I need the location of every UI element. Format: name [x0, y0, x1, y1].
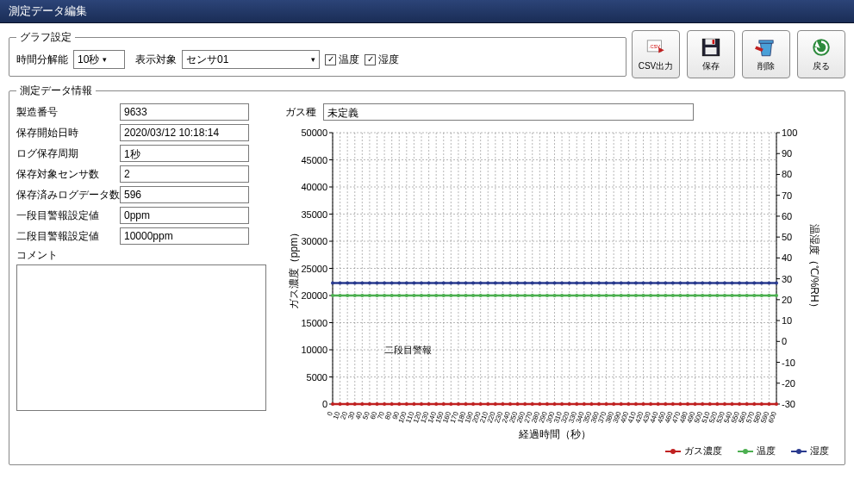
humidity-checkbox[interactable]: ✓ 湿度 [365, 53, 399, 67]
svg-point-264 [383, 294, 386, 297]
window-title: 測定データ編集 [9, 4, 87, 17]
svg-point-210 [442, 402, 446, 406]
measurement-info-legend: 測定データ情報 [16, 84, 96, 98]
svg-point-261 [360, 294, 364, 297]
svg-point-363 [657, 281, 660, 284]
legend-gas: ガス濃度 [665, 445, 722, 457]
comment-textarea[interactable] [16, 264, 266, 411]
svg-point-203 [390, 402, 394, 406]
svg-point-341 [494, 281, 497, 284]
svg-point-247 [715, 402, 719, 406]
svg-point-361 [642, 281, 645, 284]
alarm2-value: 10000ppm [120, 227, 249, 245]
serial-label: 製造番号 [16, 105, 120, 120]
save-button[interactable]: 保存 [687, 30, 735, 78]
delete-button[interactable]: 削除 [742, 30, 790, 78]
sensor-count-value: 2 [120, 165, 249, 183]
svg-point-323 [360, 281, 364, 284]
svg-point-296 [620, 294, 623, 297]
svg-point-359 [626, 281, 630, 284]
svg-text:-30: -30 [782, 399, 795, 409]
log-count-label: 保存済みログデータ数 [16, 188, 120, 202]
check-icon: ✓ [325, 54, 336, 65]
svg-point-375 [745, 281, 749, 284]
svg-point-252 [752, 402, 756, 406]
svg-point-286 [545, 294, 549, 297]
svg-text:60: 60 [782, 211, 792, 221]
svg-point-352 [575, 281, 578, 284]
svg-point-365 [671, 281, 675, 284]
svg-point-220 [516, 402, 520, 406]
svg-point-280 [501, 294, 504, 297]
svg-point-251 [745, 402, 749, 406]
svg-text:10: 10 [782, 315, 792, 326]
svg-point-209 [434, 402, 438, 406]
svg-point-273 [449, 294, 452, 297]
svg-point-314 [752, 294, 756, 297]
svg-point-336 [457, 281, 460, 284]
legend-humid: 湿度 [791, 445, 829, 457]
svg-point-345 [523, 281, 527, 284]
svg-point-307 [701, 294, 704, 297]
svg-point-235 [626, 402, 630, 406]
svg-text:0: 0 [322, 399, 327, 409]
start-datetime-label: 保存開始日時 [16, 126, 120, 140]
svg-point-344 [516, 281, 520, 284]
csv-export-button[interactable]: .CSV CSV出力 [632, 30, 680, 78]
time-resolution-value: 10秒 [78, 53, 99, 67]
time-resolution-select[interactable]: 10秒 ▾ [73, 50, 125, 69]
svg-point-292 [589, 294, 593, 297]
svg-point-241 [671, 402, 675, 406]
svg-point-221 [523, 402, 527, 406]
gas-type-label: ガス種 [285, 105, 316, 120]
svg-point-321 [346, 281, 349, 284]
svg-point-288 [560, 294, 564, 297]
svg-point-219 [508, 402, 512, 406]
back-button[interactable]: 戻る [797, 30, 845, 78]
svg-point-298 [634, 294, 638, 297]
svg-rect-4 [706, 47, 717, 54]
svg-point-245 [701, 402, 704, 406]
svg-text:40000: 40000 [301, 182, 327, 192]
svg-point-218 [501, 402, 504, 406]
svg-point-211 [449, 402, 452, 406]
svg-point-230 [589, 402, 593, 406]
svg-rect-6 [759, 40, 773, 43]
save-label: 保存 [702, 60, 720, 72]
trash-icon [755, 36, 777, 59]
log-period-label: ログ保存周期 [16, 146, 120, 161]
svg-point-367 [686, 281, 689, 284]
svg-point-315 [760, 294, 764, 297]
svg-point-275 [464, 294, 468, 297]
svg-point-201 [376, 402, 379, 406]
svg-point-215 [479, 402, 483, 406]
toolbar: .CSV CSV出力 保存 削除 戻る [632, 30, 845, 78]
svg-point-213 [464, 402, 468, 406]
svg-point-373 [731, 281, 734, 284]
svg-point-326 [383, 281, 386, 284]
svg-point-249 [731, 402, 734, 406]
serial-value: 9633 [120, 103, 249, 121]
svg-point-351 [568, 281, 571, 284]
svg-point-250 [738, 402, 741, 406]
check-icon: ✓ [365, 54, 376, 65]
svg-point-364 [664, 281, 667, 284]
svg-point-200 [368, 402, 371, 406]
svg-point-303 [671, 294, 675, 297]
svg-point-309 [715, 294, 719, 297]
temperature-checkbox[interactable]: ✓ 温度 [325, 53, 359, 67]
svg-point-317 [775, 294, 778, 297]
svg-text:40: 40 [782, 252, 792, 263]
svg-point-349 [553, 281, 557, 284]
svg-point-366 [678, 281, 682, 284]
svg-text:30: 30 [782, 274, 792, 284]
svg-point-357 [612, 281, 615, 284]
svg-point-223 [538, 402, 541, 406]
display-target-select[interactable]: センサ01 ▾ [182, 50, 320, 69]
svg-point-334 [442, 281, 446, 284]
svg-point-324 [368, 281, 371, 284]
svg-point-337 [464, 281, 468, 284]
svg-text:50: 50 [782, 232, 792, 242]
svg-text:5000: 5000 [307, 372, 327, 383]
back-label: 戻る [813, 60, 830, 72]
